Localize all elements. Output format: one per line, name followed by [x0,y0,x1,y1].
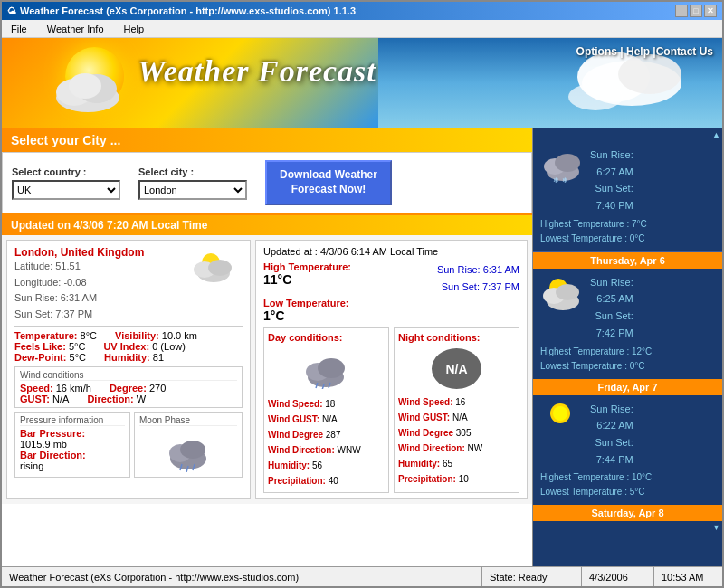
night-wind-direction: NW [468,443,483,453]
today-cloud-icon: ❄ ❄ [540,147,586,186]
left-panel: Select your City ... Select country : UK… [2,128,532,566]
city-latitude: Latitude: 51.51 [14,259,144,275]
select-section: Select your City ... Select country : UK… [2,128,532,215]
day-conditions: Day conditions: [263,327,389,493]
status-state-text: State: Ready [490,572,548,583]
bar-pressure: 1015.9 mb [20,439,67,450]
day-wind-speed-label: Wind Speed: [268,399,322,409]
svg-point-26 [555,154,580,172]
visibility-value: 10.0 km [162,330,197,341]
header-banner: Weather Forecast Options | Help |Contact… [2,38,722,128]
wind-speed: 16 km/h [56,383,91,394]
city-card: London, United Kingdom Latitude: 51.51 L… [6,240,251,499]
wind-section: Wind conditions Speed: 16 km/h Degree: 2… [14,366,243,408]
select-controls: Select country : UK USA Germany Select c… [2,152,532,213]
pressure-section: Pressure information Bar Pressure: 1015.… [14,412,130,478]
low-temp-value: 1°C [263,308,519,323]
sun-set-value: 7:37 PM [482,281,519,292]
header-nav[interactable]: Options | Help |Contact Us [576,45,713,58]
sun-rise-value: 6:31 AM [483,264,519,275]
today-sun-set: 7:40 PM [590,197,634,214]
forecast-sat-header: Saturday, Apr 8 [533,505,722,521]
city-select[interactable]: London Manchester Birmingham [138,180,247,200]
today-forecast: ❄ ❄ Sun Rise: 6:27 AM Sun Set: 7:40 PM [533,141,722,252]
select-header-text: Select your City ... [11,133,120,147]
minimize-button[interactable]: _ [675,5,688,17]
night-precip: 10 [459,474,469,484]
night-wind-gust: N/A [452,413,468,422]
night-humidity: 65 [443,459,452,469]
metrics-section: Temperature: 8°C Visibility: 10.0 km Fee… [14,326,243,363]
weather-detail: Updated at : 4/3/06 6:14 AM Local Time H… [255,240,528,499]
country-select[interactable]: UK USA Germany [12,180,120,200]
city-label: Select city : [138,166,247,177]
wind-gust: N/A [52,394,69,404]
update-bar: Updated on 4/3/06 7:20 AM Local Time [2,215,532,235]
window-title: Weather Forecast (eXs Corporation - http… [20,5,356,16]
humidity-value: 81 [153,352,164,363]
bar-direction: rising [20,460,43,471]
fri-low-temp: Lowest Temperature : 5°C [540,485,715,499]
thu-low-temp: Lowest Temperature : 0°C [540,359,715,374]
status-main-text: Weather Forecast (eXs Corporation - http… [9,572,299,583]
day-precip: 40 [329,476,338,486]
menu-weather-info[interactable]: Weather Info [42,22,110,36]
night-wind-speed: 16 [455,397,465,407]
fri-high-temp: Highest Temperature : 10°C [540,470,715,485]
day-precip-label: Precipitation: [268,476,326,486]
svg-point-11 [208,260,232,276]
day-conditions-label: Day conditions: [268,332,385,343]
day-humidity-label: Humidity: [268,460,310,470]
dew-point-value: 5°C [70,352,86,363]
menu-file[interactable]: File [5,22,33,36]
status-state: State: Ready [482,567,582,586]
thu-sun-rise: 6:25 AM [590,290,634,308]
sun-rise-label: Sun Rise: [437,264,481,275]
svg-point-34 [553,406,567,421]
day-weather-icon [268,343,385,396]
city-group: Select city : London Manchester Birmingh… [138,166,247,200]
menu-help[interactable]: Help [119,22,150,36]
svg-point-6 [618,54,681,94]
svg-point-7 [568,83,623,110]
svg-point-3 [69,73,101,99]
country-label: Select country : [12,166,120,177]
svg-text:❄: ❄ [562,176,568,185]
close-button[interactable]: ✕ [704,5,717,17]
temperature-value: 8°C [81,330,97,341]
country-group: Select country : UK USA Germany [12,166,120,200]
svg-point-14 [180,441,205,459]
download-button[interactable]: Download Weather Forecast Now! [265,160,392,205]
day-humidity: 56 [312,460,322,470]
maximize-button[interactable]: □ [690,5,702,17]
forecast-fri-header: Friday, Apr 7 [533,379,722,395]
forecast-sat-day: Saturday, Apr 8 [591,507,663,518]
today-sun-rise: 6:27 AM [590,164,634,181]
high-temp-label: High Temperature: [263,261,351,272]
city-sun-set: Sun Set: 7:37 PM [14,307,144,323]
night-weather-icon: N/A [398,343,515,394]
forecast-thu-card: Sun Rise: 6:25 AM Sun Set: 7:42 PM Highe… [533,269,722,379]
city-sun-rise: Sun Rise: 6:31 AM [14,290,144,307]
high-temp-value: 11°C [263,272,351,287]
forecast-fri-card: Sun Rise: 6:22 AM Sun Set: 7:44 PM Highe… [533,395,722,506]
right-panel: ▲ ❄ ❄ [532,128,722,566]
thu-sun-icon [540,274,586,314]
wind-direction: W [137,394,146,404]
day-wind-gust: N/A [322,414,338,424]
title-bar: 🌤 Weather Forecast (eXs Corporation - ht… [2,2,722,20]
status-date-text: 4/3/2006 [589,572,628,583]
svg-point-20 [318,358,345,378]
fri-sun-set: 7:44 PM [590,451,634,469]
status-main: Weather Forecast (eXs Corporation - http… [2,567,482,586]
day-wind-direction-label: Wind Direction: [268,445,335,455]
detail-updated: Updated at : 4/3/06 6:14 AM Local Time [263,246,519,257]
today-low-temp: Lowest Temperature : 0°C [540,232,715,246]
update-text: Updated on 4/3/06 7:20 AM Local Time [11,219,207,232]
thu-high-temp: Highest Temperature : 12°C [540,345,715,359]
day-wind-degree: 287 [326,430,341,440]
today-high-temp: Highest Temperature : 7°C [540,217,715,232]
fri-sun-icon [540,401,586,441]
svg-text:❄: ❄ [553,176,559,185]
menu-bar: File Weather Info Help [2,20,722,38]
